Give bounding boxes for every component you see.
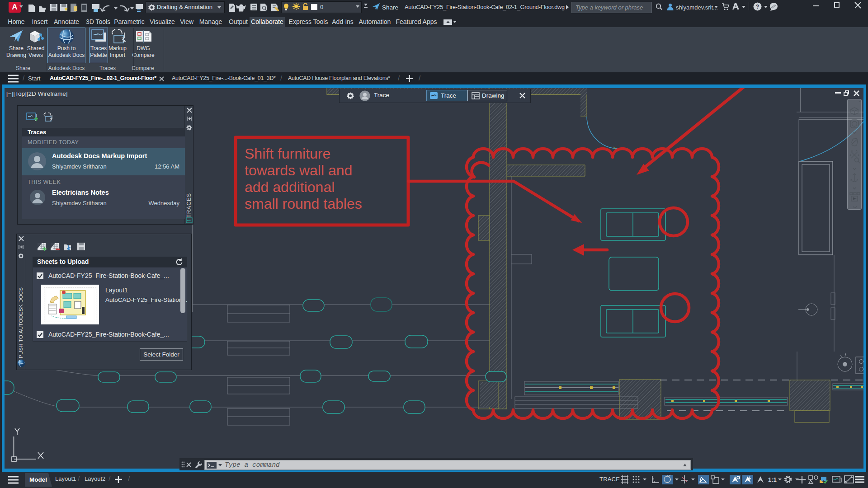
svg-text:towards wall and: towards wall and xyxy=(245,162,352,178)
svg-text:small round tables: small round tables xyxy=(245,196,362,212)
svg-text:?: ? xyxy=(756,3,760,10)
svg-text:add additional: add additional xyxy=(245,179,335,195)
svg-text:Shift furniture: Shift furniture xyxy=(245,145,330,162)
svg-text:0: 0 xyxy=(320,4,323,10)
svg-text:1:1: 1:1 xyxy=(768,476,777,483)
